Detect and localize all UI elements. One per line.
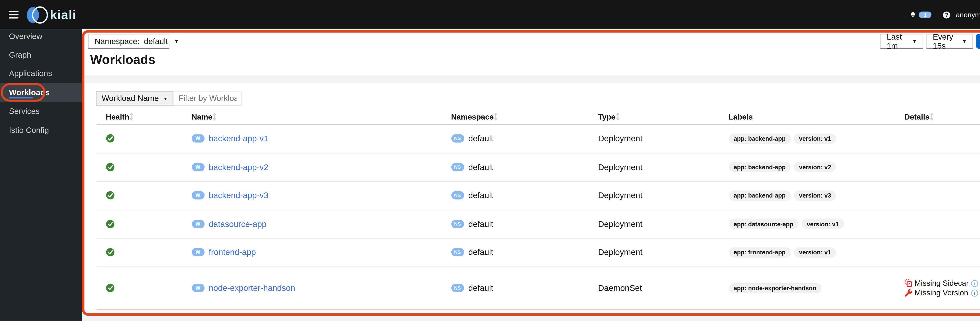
workload-badge: W xyxy=(191,284,204,292)
namespace-select[interactable]: Namespace: default ▼ xyxy=(88,34,169,49)
name-cell: W frontend-app xyxy=(191,248,451,257)
table-row: W frontend-app NS default Deployment app… xyxy=(96,238,980,267)
sidebar-item-services[interactable]: Services xyxy=(0,102,82,121)
filter-type-dropdown[interactable]: Workload Name ▼ xyxy=(96,91,173,105)
active-item-underline xyxy=(9,97,33,99)
label-pill: version: v1 xyxy=(794,133,836,144)
nav-toggle-button[interactable] xyxy=(9,11,19,18)
type-cell: Deployment xyxy=(598,248,728,257)
bell-icon xyxy=(910,11,916,18)
workload-link[interactable]: datasource-app xyxy=(209,219,267,229)
workload-badge: W xyxy=(191,248,204,256)
workload-badge: W xyxy=(191,163,204,171)
table-row: W backend-app-v2 NS default Deployment a… xyxy=(96,153,980,181)
column-header-name[interactable]: Name xyxy=(191,112,451,121)
column-header-type[interactable]: Type xyxy=(598,112,728,121)
workload-link[interactable]: backend-app-v1 xyxy=(209,134,268,143)
notification-count-badge: 1 xyxy=(919,11,932,18)
workload-link[interactable]: frontend-app xyxy=(209,248,256,257)
workloads-card: Workload Name ▼ HealthNameNamespaceTypeL… xyxy=(82,83,980,316)
duration-select[interactable]: Last 1m ▼ xyxy=(880,34,923,49)
health-cell xyxy=(106,284,191,292)
help-button[interactable]: ? xyxy=(943,11,950,18)
sort-icon xyxy=(129,113,134,121)
workload-badge: W xyxy=(191,134,204,143)
namespace-cell: NS default xyxy=(451,219,598,229)
user-menu[interactable]: anonymous xyxy=(956,11,980,18)
labels-cell: app: frontend-appversion: v1 xyxy=(729,247,904,257)
namespace-value: default xyxy=(468,191,493,200)
sort-icon xyxy=(494,113,498,121)
labels-cell: app: datasource-appversion: v1 xyxy=(729,219,904,229)
workload-link[interactable]: node-exporter-handson xyxy=(209,283,295,293)
sidebar-nav: Overview Graph Applications Workloads Se… xyxy=(0,27,82,140)
column-header-details[interactable]: Details xyxy=(904,112,980,121)
workload-type: Deployment xyxy=(598,219,642,229)
table-row: W backend-app-v1 NS default Deployment a… xyxy=(96,125,980,153)
column-header-labels: Labels xyxy=(729,112,904,121)
refresh-interval-select[interactable]: Every 15s ▼ xyxy=(926,34,973,49)
sidebar-item-applications[interactable]: Applications xyxy=(0,65,82,83)
label-pill: app: datasource-app xyxy=(729,219,799,229)
info-icon[interactable]: i xyxy=(971,289,978,297)
health-cell xyxy=(106,248,191,256)
namespace-cell: NS default xyxy=(451,134,598,143)
details-cell: Missing SidecariMissing Versioni xyxy=(904,279,980,297)
name-cell: W backend-app-v1 xyxy=(191,134,451,143)
namespace-badge: NS xyxy=(451,191,464,200)
health-cell xyxy=(106,220,191,228)
workload-type: Deployment xyxy=(598,248,642,257)
sort-icon xyxy=(929,113,934,121)
table-row: W node-exporter-handson NS default Daemo… xyxy=(96,267,980,310)
workloads-table: HealthNameNamespaceTypeLabelsDetails W b… xyxy=(96,110,980,310)
sidebar-item-istio-config[interactable]: Istio Config xyxy=(0,121,82,140)
workload-badge: W xyxy=(191,191,204,200)
masthead: kiali 1 ? anonymous xyxy=(0,0,980,29)
refresh-button[interactable] xyxy=(976,34,980,49)
table-body: W backend-app-v1 NS default Deployment a… xyxy=(96,125,980,310)
type-cell: DaemonSet xyxy=(598,283,728,293)
column-header-health[interactable]: Health xyxy=(106,112,191,121)
label-pill: app: node-exporter-handson xyxy=(729,283,821,293)
info-icon[interactable]: i xyxy=(971,280,978,287)
health-cell xyxy=(106,191,191,200)
sidebar-item-graph[interactable]: Graph xyxy=(0,46,82,65)
column-header-namespace[interactable]: Namespace xyxy=(451,112,598,121)
main-content: Namespace: default ▼ Last 1m ▼ Every 15s… xyxy=(82,29,980,321)
namespace-badge: NS xyxy=(451,220,464,228)
namespace-cell: NS default xyxy=(451,191,598,200)
caret-down-icon: ▼ xyxy=(163,96,168,101)
table-row: W datasource-app NS default Deployment a… xyxy=(96,210,980,238)
namespace-cell: NS default xyxy=(451,248,598,257)
workload-link[interactable]: backend-app-v2 xyxy=(209,162,268,172)
type-cell: Deployment xyxy=(598,134,728,143)
filter-input[interactable] xyxy=(173,91,242,105)
namespace-badge: NS xyxy=(451,284,464,292)
health-ok-icon xyxy=(106,248,114,256)
workload-link[interactable]: backend-app-v3 xyxy=(209,191,268,200)
sort-icon xyxy=(212,113,217,121)
workload-type: DaemonSet xyxy=(598,283,642,293)
health-ok-icon xyxy=(106,134,114,143)
labels-cell: app: backend-appversion: v1 xyxy=(729,133,904,144)
type-cell: Deployment xyxy=(598,162,728,172)
labels-cell: app: backend-appversion: v3 xyxy=(729,190,904,200)
type-cell: Deployment xyxy=(598,219,728,229)
type-cell: Deployment xyxy=(598,191,728,200)
sidebar-item-overview[interactable]: Overview xyxy=(0,27,82,46)
brand-name: kiali xyxy=(50,8,76,22)
namespace-value: default xyxy=(468,162,493,172)
namespace-badge: NS xyxy=(451,248,464,256)
section-divider-band xyxy=(82,75,980,83)
namespace-value: default xyxy=(144,37,168,46)
label-pill: version: v2 xyxy=(794,162,836,172)
page-title: Workloads xyxy=(90,52,155,67)
question-icon: ? xyxy=(945,11,948,18)
label-pill: app: backend-app xyxy=(729,133,791,144)
label-pill: version: v1 xyxy=(794,247,836,257)
notifications-button[interactable]: 1 xyxy=(910,11,932,18)
kiali-logo: kiali xyxy=(27,6,76,23)
sidebar-item-workloads[interactable]: Workloads xyxy=(0,83,82,102)
label-pill: app: backend-app xyxy=(729,190,791,200)
health-ok-icon xyxy=(106,220,114,228)
